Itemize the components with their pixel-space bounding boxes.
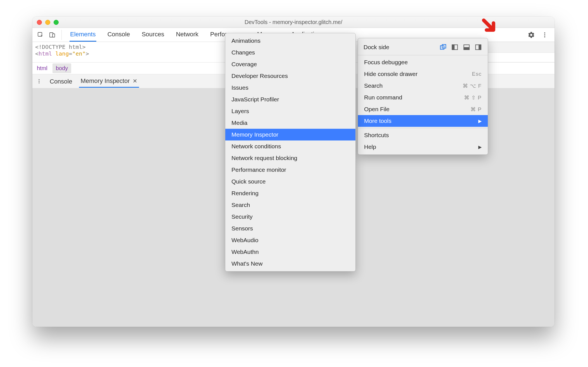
device-toolbar-icon[interactable] [48,31,56,39]
svg-rect-12 [452,45,454,49]
close-tab-icon[interactable]: ✕ [133,78,137,84]
tab-console[interactable]: Console [107,28,131,42]
traffic-lights [37,20,59,25]
chevron-right-icon: ▶ [478,118,482,124]
inspect-element-icon[interactable] [36,31,45,39]
dock-bottom-icon[interactable] [463,43,470,51]
submenu-item-sensors[interactable]: Sensors [225,223,355,234]
submenu-item-issues[interactable]: Issues [225,82,355,94]
dock-right-icon[interactable] [474,43,482,51]
svg-point-6 [39,79,39,80]
zoom-window-button[interactable] [54,20,59,25]
menu-item-help[interactable]: Help ▶ [358,141,488,153]
svg-rect-2 [52,34,55,37]
menu-item-shortcuts[interactable]: Shortcuts [358,129,488,141]
menu-item-open-file[interactable]: Open File ⌘ P [358,103,488,115]
submenu-item-javascript-profiler[interactable]: JavaScript Profiler [225,94,355,105]
svg-rect-16 [479,45,481,49]
submenu-item-security[interactable]: Security [225,211,355,223]
submenu-item-webaudio[interactable]: WebAudio [225,234,355,246]
tab-sources[interactable]: Sources [141,28,165,42]
menu-item-run-command[interactable]: Run command ⌘ ⇧ P [358,92,488,103]
submenu-item-rendering[interactable]: Rendering [225,187,355,199]
dock-side-row: Dock side [358,41,488,54]
submenu-item-memory-inspector[interactable]: Memory Inspector [225,129,355,140]
svg-point-5 [544,36,545,37]
drawer-tab-memory-inspector[interactable]: Memory Inspector ✕ [79,75,139,88]
dock-left-icon[interactable] [451,43,459,51]
main-menu: Dock side Focus debuggee Hide console dr… [358,38,488,155]
dock-side-label: Dock side [364,44,389,51]
breadcrumb-body[interactable]: body [52,63,71,73]
submenu-item-search[interactable]: Search [225,199,355,211]
menu-item-focus-debuggee[interactable]: Focus debuggee [358,56,488,68]
submenu-item-media[interactable]: Media [225,117,355,129]
submenu-item-what-s-new[interactable]: What's New [225,258,355,270]
kebab-menu-icon[interactable] [541,31,549,39]
submenu-item-coverage[interactable]: Coverage [225,58,355,70]
menu-separator [358,55,488,55]
toolbar-separator [61,30,62,40]
chevron-right-icon: ▶ [478,144,482,150]
submenu-item-animations[interactable]: Animations [225,35,355,47]
annotation-arrow-icon [480,17,497,34]
drawer-kebab-icon[interactable] [35,78,43,84]
close-window-button[interactable] [37,20,42,25]
drawer-tab-console[interactable]: Console [48,75,74,87]
svg-point-3 [544,32,545,34]
breadcrumb-html[interactable]: html [34,63,51,73]
menu-item-more-tools[interactable]: More tools ▶ [358,115,488,127]
tab-network[interactable]: Network [175,28,199,42]
submenu-item-webauthn[interactable]: WebAuthn [225,246,355,258]
svg-point-7 [39,81,39,82]
submenu-item-performance-monitor[interactable]: Performance monitor [225,164,355,176]
submenu-item-changes[interactable]: Changes [225,47,355,58]
menu-item-search[interactable]: Search ⌘ ⌥ F [358,80,488,92]
submenu-item-network-request-blocking[interactable]: Network request blocking [225,152,355,164]
settings-gear-icon[interactable] [527,31,536,39]
window-title: DevTools - memory-inspector.glitch.me/ [32,19,554,25]
submenu-item-quick-source[interactable]: Quick source [225,176,355,187]
submenu-item-network-conditions[interactable]: Network conditions [225,140,355,152]
svg-rect-14 [464,47,469,50]
titlebar: DevTools - memory-inspector.glitch.me/ [32,17,554,28]
submenu-item-developer-resources[interactable]: Developer Resources [225,70,355,82]
menu-separator [358,128,488,128]
dock-undock-icon[interactable] [439,43,447,51]
submenu-item-layers[interactable]: Layers [225,105,355,117]
menu-item-hide-console-drawer[interactable]: Hide console drawer Esc [358,68,488,80]
tab-elements[interactable]: Elements [70,28,96,42]
minimize-window-button[interactable] [45,20,50,25]
svg-point-8 [39,82,39,83]
svg-point-4 [544,34,545,35]
more-tools-submenu: AnimationsChangesCoverageDeveloper Resou… [225,33,356,271]
